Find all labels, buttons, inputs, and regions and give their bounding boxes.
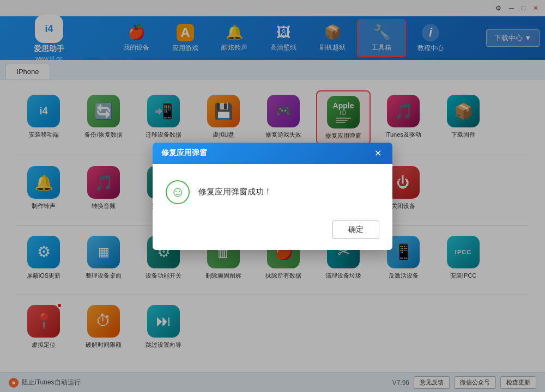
dialog-title: 修复应用弹窗 xyxy=(161,148,207,158)
dialog-titlebar: 修复应用弹窗 ✕ xyxy=(153,143,392,164)
dialog-overlay: 修复应用弹窗 ✕ ☺ 修复应用弹窗成功！ 确定 xyxy=(0,0,545,392)
dialog-close-button[interactable]: ✕ xyxy=(372,148,384,158)
dialog: 修复应用弹窗 ✕ ☺ 修复应用弹窗成功！ 确定 xyxy=(153,143,392,250)
dialog-message: 修复应用弹窗成功！ xyxy=(198,187,272,197)
dialog-footer: 确定 xyxy=(153,215,392,250)
success-icon: ☺ xyxy=(166,180,190,204)
confirm-button[interactable]: 确定 xyxy=(332,220,379,239)
dialog-body: ☺ 修复应用弹窗成功！ xyxy=(153,164,392,215)
